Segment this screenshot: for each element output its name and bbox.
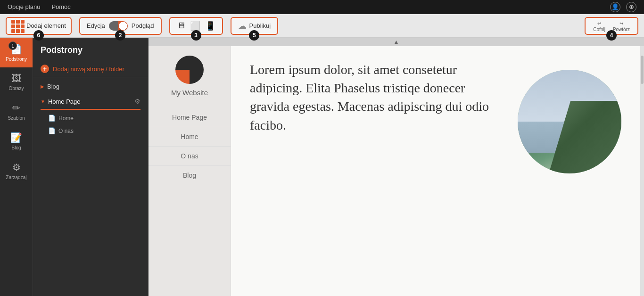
edit-preview-toggle[interactable] bbox=[109, 21, 128, 31]
preview-nav: My Website Home Page Home O nas Blog bbox=[149, 46, 231, 296]
active-page-underline bbox=[41, 109, 140, 110]
tablet-icon[interactable]: ⬜ bbox=[190, 21, 200, 31]
user-icon[interactable]: 👤 bbox=[610, 2, 620, 12]
blog-chevron-icon: ▶ bbox=[41, 84, 44, 89]
toggle-wrapper: Edycja Podgląd 2 bbox=[79, 17, 162, 35]
sidebar-item-blog[interactable]: 📝 Blog bbox=[0, 126, 33, 156]
undo-redo-wrapper: ↩ Cofnij ↪ Powtórz 4 bbox=[585, 17, 638, 35]
home-file-icon: 📄 bbox=[48, 115, 56, 122]
grid-icon bbox=[11, 20, 24, 32]
top-bar-right: 👤 ⊕ bbox=[610, 2, 636, 12]
preview-image bbox=[518, 70, 621, 173]
pages-panel: Podstrony + Dodaj nową stronę / folder ▶… bbox=[33, 38, 149, 296]
cloud-icon: ☁ bbox=[238, 21, 247, 31]
sidebar-podstrony-label: Podstrony bbox=[6, 57, 27, 62]
page-item-blog[interactable]: ▶ Blog bbox=[33, 79, 148, 94]
landscape-image bbox=[518, 70, 621, 173]
website-preview: My Website Home Page Home O nas Blog Lor… bbox=[149, 46, 644, 296]
main-layout: 📄 1 Podstrony 🖼 Obrazy ✏ Szablon 📝 Blog … bbox=[0, 38, 644, 296]
preview-nav-homepage[interactable]: Home Page bbox=[149, 108, 231, 127]
homepage-chevron-icon: ▼ bbox=[41, 99, 45, 104]
home-sub-label: Home bbox=[58, 115, 74, 122]
onas-file-icon: 📄 bbox=[48, 127, 56, 134]
undo-icon: ↩ bbox=[597, 21, 601, 26]
badge-2: 2 bbox=[115, 30, 125, 41]
homepage-settings-icon[interactable]: ⚙ bbox=[134, 98, 140, 105]
toggle-knob bbox=[119, 22, 127, 30]
pages-panel-title: Podstrony bbox=[33, 38, 148, 61]
add-element-wrapper: Dodaj element 6 bbox=[6, 17, 72, 35]
page-badge: 1 bbox=[8, 41, 17, 50]
add-page-label: Dodaj nową stronę / folder bbox=[53, 66, 124, 73]
homepage-label: Home Page bbox=[48, 98, 81, 105]
device-wrapper: 🖥 ⬜ 📱 3 bbox=[169, 17, 223, 35]
undo-button[interactable]: ↩ Cofnij bbox=[590, 20, 608, 32]
lorem-text: Lorem ipsum dolor, sit amet consetetur a… bbox=[250, 60, 499, 134]
pomoc-menu[interactable]: Pomoc bbox=[51, 3, 70, 10]
sidebar-szablon-label: Szablon bbox=[8, 115, 25, 121]
redo-label: Powtórz bbox=[613, 27, 630, 32]
badge-5: 5 bbox=[249, 30, 259, 41]
scrollbar-thumb bbox=[641, 56, 644, 84]
add-element-label: Dodaj element bbox=[26, 22, 66, 29]
preview-label: Podgląd bbox=[132, 22, 154, 29]
scroll-up-arrow[interactable]: ▲ bbox=[149, 38, 644, 46]
preview-text: Lorem ipsum dolor, sit amet consetetur a… bbox=[250, 60, 499, 134]
badge-6: 6 bbox=[33, 30, 44, 41]
sidebar-obrazy-label: Obrazy bbox=[8, 86, 24, 91]
sidebar-blog-label: Blog bbox=[11, 145, 21, 150]
left-sidebar: 📄 1 Podstrony 🖼 Obrazy ✏ Szablon 📝 Blog … bbox=[0, 38, 33, 296]
top-bar: Opcje planu Pomoc 👤 ⊕ bbox=[0, 0, 644, 14]
preview-nav-onas[interactable]: O nas bbox=[149, 147, 231, 166]
preview-content: Lorem ipsum dolor, sit amet consetetur a… bbox=[231, 46, 640, 296]
preview-nav-blog[interactable]: Blog bbox=[149, 166, 231, 185]
preview-area: ▲ My Website Home Page Home O nas Blog L… bbox=[149, 38, 644, 296]
add-page-button[interactable]: + Dodaj nową stronę / folder bbox=[33, 61, 148, 77]
images-icon: 🖼 bbox=[12, 73, 21, 84]
undo-label: Cofnij bbox=[593, 27, 605, 32]
site-name: My Website bbox=[171, 89, 208, 97]
site-logo bbox=[175, 56, 204, 84]
onas-sub-label: O nas bbox=[58, 128, 74, 134]
settings-icon: ⚙ bbox=[12, 162, 21, 173]
page-item-homepage[interactable]: ▼ Home Page ⚙ bbox=[33, 94, 148, 109]
sidebar-item-obrazy[interactable]: 🖼 Obrazy bbox=[0, 67, 33, 97]
badge-4: 4 bbox=[606, 30, 617, 41]
sub-page-home[interactable]: 📄 Home bbox=[33, 112, 148, 124]
logout-icon[interactable]: ⊕ bbox=[626, 2, 636, 12]
blog-icon: 📝 bbox=[10, 132, 22, 143]
publish-label: Publikuj bbox=[249, 22, 271, 29]
toolbar: Dodaj element 6 Edycja Podgląd 2 🖥 ⬜ 📱 3… bbox=[0, 14, 644, 38]
publish-wrapper: ☁ Publikuj 5 bbox=[231, 17, 279, 35]
template-icon: ✏ bbox=[12, 102, 20, 114]
edit-label: Edycja bbox=[87, 22, 105, 29]
preview-nav-home[interactable]: Home bbox=[149, 127, 231, 147]
blog-page-label: Blog bbox=[47, 83, 59, 90]
preview-scrollbar[interactable] bbox=[640, 46, 644, 296]
desktop-icon[interactable]: 🖥 bbox=[177, 21, 185, 31]
sidebar-item-szablon[interactable]: ✏ Szablon bbox=[0, 97, 33, 126]
sub-page-onas[interactable]: 📄 O nas bbox=[33, 124, 148, 137]
badge-3: 3 bbox=[191, 30, 201, 41]
sidebar-item-podstrony[interactable]: 📄 1 Podstrony bbox=[0, 38, 33, 67]
add-page-icon: + bbox=[41, 65, 49, 73]
sidebar-zarzadzaj-label: Zarządzaj bbox=[6, 175, 27, 180]
sidebar-item-zarzadzaj[interactable]: ⚙ Zarządzaj bbox=[0, 156, 33, 186]
redo-icon: ↪ bbox=[619, 21, 623, 26]
mobile-icon[interactable]: 📱 bbox=[205, 21, 215, 31]
opcje-planu-menu[interactable]: Opcje planu bbox=[8, 3, 40, 10]
